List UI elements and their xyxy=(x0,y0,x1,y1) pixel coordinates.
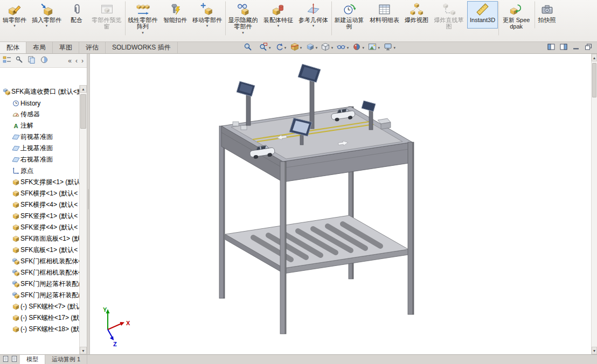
scroll-up-icon[interactable]: ▲ xyxy=(592,54,597,61)
dropdown-arrow-icon[interactable]: ▼ xyxy=(346,46,349,50)
dropdown-arrow-icon[interactable]: ▼ xyxy=(241,31,245,35)
dropdown-arrow-icon[interactable]: ▼ xyxy=(277,24,280,28)
manager-tab-displaymanager[interactable] xyxy=(39,54,50,67)
command-tab-solidworks-addins[interactable]: SOLIDWORKS 插件 xyxy=(106,42,178,53)
dropdown-arrow-icon[interactable]: ▼ xyxy=(377,46,380,50)
dropdown-arrow-icon[interactable]: ▼ xyxy=(315,46,318,50)
scroll-up-icon[interactable]: ▲ xyxy=(80,85,87,93)
window-control-minimize-window[interactable] xyxy=(572,43,580,52)
tree-item-origin[interactable]: 原点 xyxy=(0,165,79,177)
dropdown-arrow-icon[interactable]: ▼ xyxy=(393,46,396,50)
splitter-grip[interactable] xyxy=(88,189,89,209)
view-tool-section-view[interactable]: ▼ xyxy=(289,42,304,53)
scroll-down-icon[interactable]: ▼ xyxy=(80,347,87,354)
panel-nav-button-nav-collapse[interactable]: « xyxy=(66,57,73,65)
dropdown-arrow-icon[interactable]: ▼ xyxy=(13,24,16,28)
ribbon-button-insert-component[interactable]: 插入零部件 ▼ xyxy=(29,1,64,29)
ribbon-button-snapshot[interactable]: 拍快照 ▼ xyxy=(534,1,559,29)
tree-scroll-thumb[interactable] xyxy=(80,94,86,129)
ribbon-button-explode-line-sketch[interactable]: 爆炸直线草图 ▼ xyxy=(431,1,467,36)
viewport-scroll-track[interactable] xyxy=(592,61,597,347)
dropdown-arrow-icon[interactable]: ▼ xyxy=(141,31,144,35)
viewport-scroll-thumb[interactable] xyxy=(592,63,596,97)
ribbon-button-exploded-view[interactable]: 爆炸视图 ▼ xyxy=(402,1,431,29)
view-tool-apply-scene[interactable]: ▼ xyxy=(367,42,381,53)
bottom-control-tab-control-2[interactable] xyxy=(10,355,18,364)
ribbon-button-update-speedpak[interactable]: 更新 Speedpak ▼ xyxy=(498,1,534,36)
manager-tab-featuremanager[interactable] xyxy=(2,54,12,67)
tree-item-bolt-7[interactable]: (-) SFK螺栓<7> (默认 xyxy=(0,301,79,312)
ribbon-button-assembly-features[interactable]: 装配体特征 ▼ xyxy=(261,1,296,29)
view-tool-zoom-to-fit[interactable]: ▼ xyxy=(242,42,257,53)
lower-shelf[interactable] xyxy=(225,215,408,274)
panel-nav-button-nav-next[interactable]: › xyxy=(80,57,85,65)
tree-item-base-plate-1[interactable]: SFK底板<1> (默认< xyxy=(0,244,79,256)
tree-item-gate-arm-asm-2[interactable]: SFK门闸起落杆装配( xyxy=(0,290,79,301)
tree-item-camera-frame-asm-2[interactable]: SFK门框相机装配体< xyxy=(0,267,79,278)
dropdown-arrow-icon[interactable]: ▼ xyxy=(268,46,272,50)
command-tab-assembly[interactable]: 配体 xyxy=(0,42,26,53)
ribbon-button-reference-geometry[interactable]: 参考几何体 ▼ xyxy=(296,1,331,29)
ribbon-button-show-hidden[interactable]: 显示隐藏的零部件 ▼ xyxy=(225,1,261,36)
dropdown-arrow-icon[interactable]: ▼ xyxy=(284,46,287,50)
tree-item-support-leg-1[interactable]: SFK支撑腿<1> (默认 xyxy=(0,177,79,188)
window-control-toggle-right-pane[interactable] xyxy=(559,43,568,52)
window-control-toggle-left-pane[interactable] xyxy=(547,43,556,52)
tree-item-vertical-brace-1[interactable]: SFK竖撑<1> (默认< xyxy=(0,211,79,222)
tree-item-gate-arm-asm-1[interactable]: SFK门闸起落杆装配( xyxy=(0,278,79,290)
tree-item-top-plane[interactable]: 上视基准面 xyxy=(0,143,79,154)
study-tab-model[interactable]: 模型 xyxy=(20,355,45,364)
ribbon-button-smart-fasteners[interactable]: 智能扣件 ▼ xyxy=(161,1,190,29)
ribbon-button-instant3d[interactable]: Instant3D ▼ xyxy=(467,1,498,29)
tree-item-annotations[interactable]: 注解 xyxy=(0,120,79,131)
dropdown-arrow-icon[interactable]: ▼ xyxy=(45,24,48,28)
view-tool-view-orientation[interactable]: ▼ xyxy=(305,42,320,53)
study-tab-motion-study-1[interactable]: 运动算例 1 xyxy=(45,355,87,364)
view-tool-edit-appearance[interactable]: ▼ xyxy=(351,42,366,53)
viewport-scrollbar[interactable]: ▲ ▼ xyxy=(591,54,597,354)
view-tool-view-settings[interactable]: ▼ xyxy=(383,42,397,53)
command-tab-evaluate[interactable]: 评估 xyxy=(79,42,106,53)
tree-item-camera-frame-asm-1[interactable]: SFK门框相机装配体< xyxy=(0,256,79,267)
panel-nav-button-nav-prev[interactable]: ‹ xyxy=(74,57,79,65)
view-tool-hide-show-items[interactable]: ▼ xyxy=(336,42,350,53)
ribbon-button-linear-pattern[interactable]: 线性零部件阵列 ▼ xyxy=(125,1,161,36)
tree-item-sensors[interactable]: 传感器 xyxy=(0,109,79,120)
dropdown-arrow-icon[interactable]: ▼ xyxy=(330,46,334,50)
tree-item-road-plate-1[interactable]: SFK路面底板<1> (默 xyxy=(0,233,79,244)
tree-item-bolt-17[interactable]: (-) SFK螺栓<17> (默 xyxy=(0,312,79,324)
window-control-restore-window[interactable] xyxy=(584,43,593,52)
bottom-control-tab-control-1[interactable] xyxy=(2,355,10,364)
view-tool-display-style[interactable]: ▼ xyxy=(320,42,335,53)
dropdown-arrow-icon[interactable]: ▼ xyxy=(206,24,209,28)
ribbon-button-preview-window[interactable]: 零部件预览窗 ▼ xyxy=(89,1,124,36)
dropdown-arrow-icon[interactable]: ▼ xyxy=(312,24,315,28)
ribbon-button-bom[interactable]: 材料明细表 ▼ xyxy=(367,1,402,29)
ribbon-button-mate[interactable]: 配合 ▼ xyxy=(64,1,89,29)
tree-scroll-track[interactable] xyxy=(80,93,87,347)
scroll-down-icon[interactable]: ▼ xyxy=(592,347,597,354)
command-tab-sketch[interactable]: 草图 xyxy=(53,42,79,53)
tree-item-assembly-root[interactable]: SFK高速收费口 (默认<默 xyxy=(0,86,79,97)
command-tab-layout[interactable]: 布局 xyxy=(26,42,53,53)
tree-item-right-plane[interactable]: 右视基准面 xyxy=(0,154,79,165)
manager-tab-propertymanager[interactable] xyxy=(14,54,25,67)
tree-item-front-plane[interactable]: 前视基准面 xyxy=(0,131,79,143)
tree-item-cross-brace-4[interactable]: SFK横撑<4> (默认< xyxy=(0,199,79,211)
tree-item-vertical-brace-4[interactable]: SFK竖撑<4> (默认< xyxy=(0,222,79,233)
ribbon-button-edit-component[interactable]: 辑零部件 ▼ xyxy=(0,1,29,29)
view-tool-previous-view[interactable]: ▼ xyxy=(274,42,288,53)
tree-item-bolt-18[interactable]: (-) SFK螺栓<18> (默 xyxy=(0,324,79,335)
tree-scrollbar[interactable]: ▲ ▼ xyxy=(79,85,87,354)
ribbon-button-motion-study[interactable]: 新建运动算例 ▼ xyxy=(331,1,367,36)
view-tool-zoom-to-area[interactable]: ▼ xyxy=(258,42,273,53)
ribbon-button-move-component[interactable]: 移动零部件 ▼ xyxy=(190,1,225,29)
dropdown-arrow-icon[interactable]: ▼ xyxy=(362,46,365,50)
tree-item-cross-brace-1[interactable]: SFK横撑<1> (默认< xyxy=(0,188,79,199)
manager-tab-configurationmanager[interactable] xyxy=(26,54,37,67)
dropdown-arrow-icon[interactable]: ▼ xyxy=(300,46,303,50)
graphics-area[interactable]: Y X Z ▲ ▼ xyxy=(90,54,597,354)
tree-item-history[interactable]: History xyxy=(0,97,79,109)
assembly-3d-model[interactable]: Y X Z xyxy=(90,54,597,354)
camera-gantry-1[interactable] xyxy=(237,81,255,125)
